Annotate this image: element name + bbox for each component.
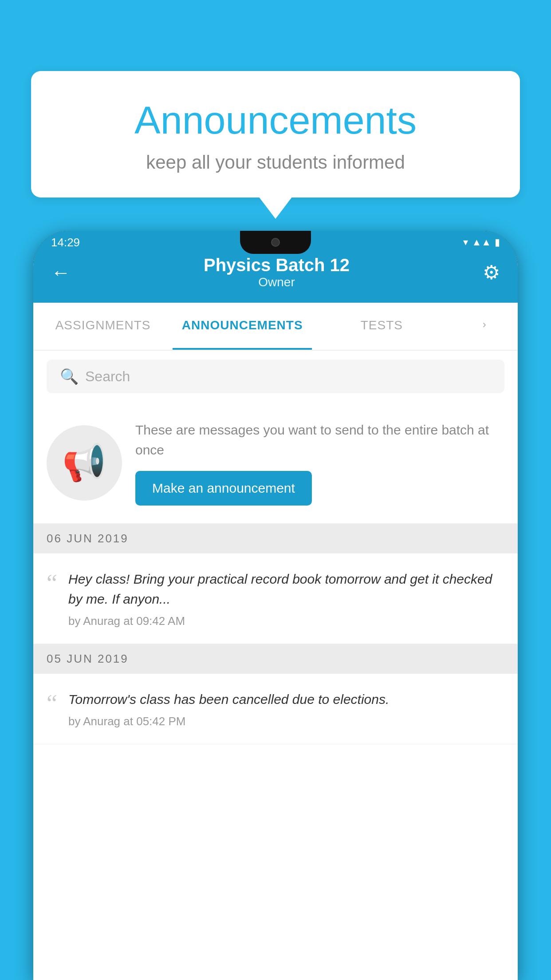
announcement-meta-1: by Anurag at 09:42 AM bbox=[68, 614, 504, 628]
status-icons: ▾ ▲▲ ▮ bbox=[463, 237, 500, 248]
announcement-text-2: Tomorrow's class has been cancelled due … bbox=[68, 689, 504, 709]
announcement-meta-2: by Anurag at 05:42 PM bbox=[68, 715, 504, 728]
wifi-icon: ▾ bbox=[463, 237, 468, 248]
tab-tests[interactable]: TESTS bbox=[312, 303, 451, 350]
tab-announcements[interactable]: ANNOUNCEMENTS bbox=[173, 303, 312, 350]
search-icon: 🔍 bbox=[60, 368, 79, 385]
promo-text: These are messages you want to send to t… bbox=[135, 420, 504, 460]
announcement-content-2: Tomorrow's class has been cancelled due … bbox=[68, 689, 504, 728]
tab-bar: ASSIGNMENTS ANNOUNCEMENTS TESTS › bbox=[33, 303, 518, 351]
owner-label: Owner bbox=[204, 275, 350, 289]
date-separator-1: 06 JUN 2019 bbox=[33, 524, 518, 553]
tab-more[interactable]: › bbox=[451, 303, 518, 350]
search-placeholder: Search bbox=[85, 368, 130, 385]
megaphone-icon: 📢 bbox=[62, 442, 106, 484]
status-bar: 14:29 ▾ ▲▲ ▮ bbox=[33, 231, 518, 254]
date-separator-2: 05 JUN 2019 bbox=[33, 644, 518, 674]
search-input-wrapper[interactable]: 🔍 Search bbox=[47, 360, 504, 393]
batch-title: Physics Batch 12 bbox=[204, 255, 350, 275]
notch-camera bbox=[271, 238, 280, 247]
tab-assignments[interactable]: ASSIGNMENTS bbox=[33, 303, 173, 350]
megaphone-circle: 📢 bbox=[47, 425, 122, 501]
announcement-content-1: Hey class! Bring your practical record b… bbox=[68, 569, 504, 628]
phone-frame: 14:29 ▾ ▲▲ ▮ ← Physics Batch 12 Owner ⚙ … bbox=[33, 231, 518, 980]
signal-icon: ▲▲ bbox=[472, 237, 491, 248]
settings-icon[interactable]: ⚙ bbox=[483, 261, 500, 284]
quote-icon-1: “ bbox=[47, 571, 57, 595]
bubble-title: Announcements bbox=[67, 98, 484, 143]
quote-icon-2: “ bbox=[47, 692, 57, 715]
speech-bubble: Announcements keep all your students inf… bbox=[31, 71, 520, 198]
make-announcement-button[interactable]: Make an announcement bbox=[135, 471, 312, 506]
battery-icon: ▮ bbox=[495, 237, 500, 248]
search-bar: 🔍 Search bbox=[33, 351, 518, 402]
status-time: 14:29 bbox=[51, 236, 80, 249]
header-center: Physics Batch 12 Owner bbox=[204, 255, 350, 289]
promo-right: These are messages you want to send to t… bbox=[135, 420, 504, 506]
announcement-text-1: Hey class! Bring your practical record b… bbox=[68, 569, 504, 609]
announcement-item-1[interactable]: “ Hey class! Bring your practical record… bbox=[33, 553, 518, 644]
announcement-item-2[interactable]: “ Tomorrow's class has been cancelled du… bbox=[33, 674, 518, 744]
promo-section: 📢 These are messages you want to send to… bbox=[33, 402, 518, 524]
phone-screen: 14:29 ▾ ▲▲ ▮ ← Physics Batch 12 Owner ⚙ … bbox=[33, 231, 518, 980]
back-button[interactable]: ← bbox=[51, 261, 71, 284]
bubble-subtitle: keep all your students informed bbox=[67, 152, 484, 173]
notch bbox=[240, 231, 311, 254]
